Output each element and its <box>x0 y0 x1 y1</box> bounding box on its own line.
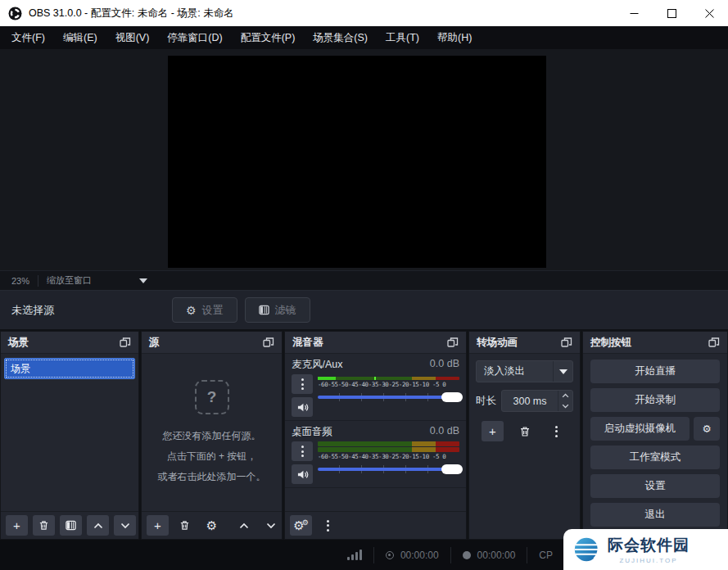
mixer-dock-header: 混音器 <box>285 332 466 354</box>
minimize-button[interactable] <box>615 0 653 26</box>
popout-icon[interactable] <box>263 337 274 347</box>
signal-bars-icon <box>347 550 362 560</box>
menu-profile[interactable]: 配置文件(P) <box>232 26 305 49</box>
preview-zoom-bar: 23% 缩放至窗口 <box>0 270 728 290</box>
transitions-panel: 淡入淡出 时长 300 ms + <box>469 354 580 539</box>
gear-icon: ⚙ <box>186 305 197 316</box>
transitions-dock: 转场动画 淡入淡出 时长 300 ms + <box>468 331 581 540</box>
slider-handle[interactable] <box>441 464 463 474</box>
popout-icon[interactable] <box>447 337 459 347</box>
sources-empty-state: ? 您还没有添加任何源。 点击下面的 + 按钮， 或者右击此处添加一个。 <box>142 354 282 511</box>
record-dot-icon <box>463 551 471 559</box>
vertical-dots-icon <box>555 426 558 437</box>
source-properties-button[interactable]: ⚙ <box>201 515 223 536</box>
volume-meter-left <box>318 441 459 446</box>
channel-level: 0.0 dB <box>430 358 459 372</box>
mixer-toolbar: ⚙⚙ <box>285 511 466 539</box>
properties-label: 设置 <box>202 303 224 318</box>
menu-tools[interactable]: 工具(T) <box>377 26 428 49</box>
start-virtual-camera-button[interactable]: 启动虚拟摄像机 <box>590 417 690 441</box>
channel-options-button[interactable] <box>292 374 313 394</box>
zoom-mode-select[interactable]: 缩放至窗口 <box>38 274 100 287</box>
duration-label: 时长 <box>476 394 496 408</box>
meter-scale: -60-55-50-45-40-35-30-25-20-15-10 -5 0 <box>318 381 459 388</box>
question-mark-icon: ? <box>195 380 229 414</box>
scene-down-button[interactable] <box>114 515 136 536</box>
menu-view[interactable]: 视图(V) <box>106 26 159 49</box>
maximize-button[interactable] <box>653 0 690 26</box>
record-time: 00:00:00 <box>477 550 516 561</box>
popout-icon[interactable] <box>561 337 572 347</box>
remove-scene-button[interactable] <box>33 515 55 536</box>
menu-help[interactable]: 帮助(H) <box>428 26 481 49</box>
source-context-toolbar: 未选择源 ⚙ 设置 滤镜 <box>0 290 728 329</box>
volume-slider[interactable] <box>318 462 459 477</box>
scene-list-item[interactable]: 场景 <box>4 358 135 379</box>
source-down-button[interactable] <box>260 515 282 536</box>
popout-icon[interactable] <box>708 337 720 347</box>
volume-meter <box>318 377 459 380</box>
menubar: 文件(F) 编辑(E) 视图(V) 停靠窗口(D) 配置文件(P) 场景集合(S… <box>0 26 728 49</box>
spin-down-button[interactable] <box>558 401 572 412</box>
start-streaming-button[interactable]: 开始直播 <box>590 360 720 383</box>
chevron-down-icon <box>553 361 572 382</box>
controls-dock: 控制按钮 开始直播 开始录制 启动虚拟摄像机 ⚙ 工作室模式 设置 退出 <box>582 331 728 540</box>
filters-label: 滤镜 <box>275 303 296 318</box>
sources-dock: 源 ? 您还没有添加任何源。 点击下面的 + 按钮， 或者右击此处添加一个。 +… <box>141 331 283 540</box>
transition-options-button[interactable] <box>545 421 567 441</box>
volume-slider[interactable] <box>318 390 459 405</box>
menu-edit[interactable]: 编辑(E) <box>54 26 106 49</box>
add-transition-button[interactable]: + <box>482 421 504 441</box>
close-button[interactable] <box>690 0 728 26</box>
slider-handle[interactable] <box>441 392 463 402</box>
channel-options-button[interactable] <box>292 441 313 461</box>
scene-list: 场景 <box>1 354 138 511</box>
menu-docks[interactable]: 停靠窗口(D) <box>158 26 231 49</box>
window-title: OBS 31.0.0 - 配置文件: 未命名 - 场景: 未命名 <box>29 7 615 20</box>
start-recording-button[interactable]: 开始录制 <box>590 388 720 412</box>
scene-up-button[interactable] <box>87 515 109 536</box>
exit-button[interactable]: 退出 <box>590 503 720 527</box>
scenes-dock-title: 场景 <box>8 336 120 350</box>
scenes-toolbar: + <box>1 511 138 539</box>
vertical-dots-icon <box>301 446 304 457</box>
menu-file[interactable]: 文件(F) <box>2 26 54 49</box>
preview-canvas[interactable] <box>168 56 546 268</box>
channel-name: 桌面音频 <box>292 425 332 439</box>
sources-toolbar: + ⚙ <box>142 511 282 539</box>
chevron-down-icon[interactable] <box>139 278 147 283</box>
source-list[interactable]: ? 您还没有添加任何源。 点击下面的 + 按钮， 或者右击此处添加一个。 <box>142 354 282 511</box>
source-up-button[interactable] <box>233 515 255 536</box>
source-filters-button[interactable]: 滤镜 <box>245 297 310 323</box>
popout-icon[interactable] <box>120 337 131 347</box>
mute-button[interactable] <box>292 397 313 417</box>
filter-icon <box>259 305 269 315</box>
transitions-dock-header: 转场动画 <box>469 332 580 354</box>
remove-transition-button[interactable] <box>513 421 536 441</box>
menu-scene-collection[interactable]: 场景集合(S) <box>304 26 377 49</box>
remove-source-button[interactable] <box>174 515 196 536</box>
virtual-camera-settings-button[interactable]: ⚙ <box>694 417 720 441</box>
add-scene-button[interactable]: + <box>6 515 28 536</box>
obs-logo-icon <box>8 7 22 20</box>
add-source-button[interactable]: + <box>147 515 169 536</box>
mute-button[interactable] <box>292 464 313 484</box>
scene-filters-button[interactable] <box>60 515 82 536</box>
zoom-percent: 23% <box>0 276 38 286</box>
meter-scale: -60-55-50-45-40-35-30-25-20-15-10 -5 0 <box>318 453 459 460</box>
mixer-options-button[interactable] <box>317 515 339 536</box>
transition-select[interactable]: 淡入淡出 <box>476 360 573 382</box>
spin-up-button[interactable] <box>558 391 572 401</box>
source-properties-button[interactable]: ⚙ 设置 <box>172 297 237 323</box>
sources-dock-title: 源 <box>149 336 263 350</box>
vertical-dots-icon <box>301 378 304 390</box>
advanced-audio-button[interactable]: ⚙⚙ <box>290 515 312 536</box>
studio-mode-button[interactable]: 工作室模式 <box>590 446 720 469</box>
mixer-channel-desktop: 桌面音频 0.0 dB -60-55-50-45-40-35-30-25-20-… <box>285 421 466 488</box>
transition-selected-value: 淡入淡出 <box>477 364 553 378</box>
broadcast-icon <box>386 551 394 559</box>
transition-duration-input[interactable]: 300 ms <box>501 390 573 412</box>
settings-button[interactable]: 设置 <box>590 474 720 498</box>
empty-hint-line: 您还没有添加任何源。 <box>163 428 261 445</box>
speaker-icon <box>296 469 309 480</box>
